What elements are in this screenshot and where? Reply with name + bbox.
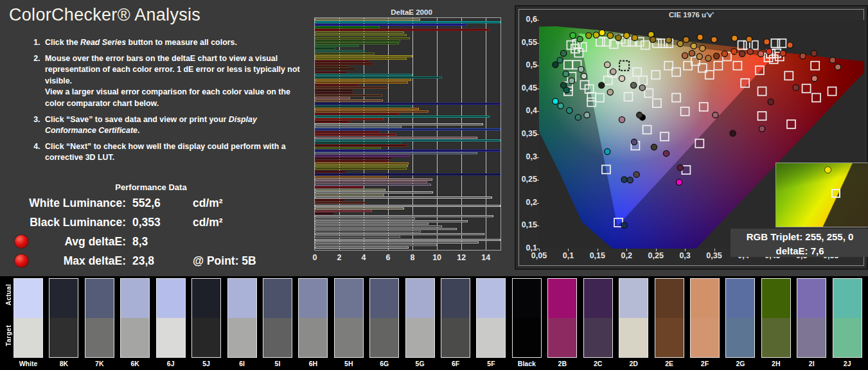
deltae-bar[interactable] xyxy=(315,84,359,86)
deltae-bar[interactable] xyxy=(315,142,402,144)
deltae-bar[interactable] xyxy=(315,68,355,70)
deltae-bar[interactable] xyxy=(315,87,388,89)
cie-measured-point[interactable] xyxy=(553,98,558,104)
cie-measured-point[interactable] xyxy=(631,82,637,88)
deltae-bar[interactable] xyxy=(315,247,409,249)
cie-measured-point[interactable] xyxy=(811,50,817,56)
cie-measured-point[interactable] xyxy=(731,49,737,55)
cie-measured-point[interactable] xyxy=(578,66,584,72)
deltae-bar[interactable] xyxy=(315,197,492,198)
deltae-bar[interactable] xyxy=(315,215,493,217)
cie-measured-point[interactable] xyxy=(764,39,770,45)
deltae-bar[interactable] xyxy=(315,223,429,225)
deltae-bar[interactable] xyxy=(315,228,457,230)
cie-measured-point[interactable] xyxy=(700,46,705,51)
deltae-bar[interactable] xyxy=(315,220,468,222)
deltae-bar[interactable] xyxy=(315,100,383,101)
cie-measured-point[interactable] xyxy=(766,49,772,55)
deltae-bar[interactable] xyxy=(315,160,389,162)
deltae-bar[interactable] xyxy=(315,29,490,31)
cie-measured-point[interactable] xyxy=(793,85,799,91)
deltae-bar[interactable] xyxy=(315,37,410,39)
cie-measured-point[interactable] xyxy=(605,62,610,67)
cie-measured-point[interactable] xyxy=(689,50,695,56)
deltae-bar[interactable] xyxy=(315,231,421,233)
cie-measured-point[interactable] xyxy=(619,117,624,123)
deltae-bar[interactable] xyxy=(315,31,404,33)
deltae-bar[interactable] xyxy=(315,199,344,201)
cie-measured-point[interactable] xyxy=(553,62,558,67)
deltae-bar[interactable] xyxy=(315,60,370,62)
cie-measured-point[interactable] xyxy=(711,37,717,42)
cie-measured-point[interactable] xyxy=(722,51,727,57)
cie-measured-point[interactable] xyxy=(557,57,563,63)
deltae-bar[interactable] xyxy=(315,184,431,186)
cie-measured-point[interactable] xyxy=(569,78,574,84)
cie-measured-point[interactable] xyxy=(787,42,793,48)
deltae-bar[interactable] xyxy=(315,168,407,170)
cie-measured-point[interactable] xyxy=(683,37,689,42)
cie-measured-point[interactable] xyxy=(607,89,613,95)
deltae-bar[interactable] xyxy=(315,24,466,26)
deltae-bar[interactable] xyxy=(315,207,404,209)
deltae-bar[interactable] xyxy=(315,165,408,167)
deltae-bar[interactable] xyxy=(315,242,479,243)
deltae-bar[interactable] xyxy=(315,94,382,96)
deltae-bar[interactable] xyxy=(315,123,483,125)
cie-measured-point[interactable] xyxy=(696,53,702,59)
cie-measured-point[interactable] xyxy=(768,99,774,105)
cie-measured-point[interactable] xyxy=(577,36,583,42)
deltae-bar[interactable] xyxy=(315,34,407,36)
cie-measured-point[interactable] xyxy=(682,53,688,58)
cie-measured-point[interactable] xyxy=(691,43,696,49)
deltae-bar[interactable] xyxy=(315,110,429,112)
deltae-bar[interactable] xyxy=(315,126,402,128)
deltae-bar[interactable] xyxy=(315,213,334,215)
cie-measured-point[interactable] xyxy=(740,51,745,57)
deltae-bar[interactable] xyxy=(315,128,500,130)
deltae-bar[interactable] xyxy=(315,137,477,139)
cie-measured-point[interactable] xyxy=(713,112,718,118)
deltae-bar[interactable] xyxy=(315,71,348,73)
deltae-bar[interactable] xyxy=(315,179,432,181)
cie-measured-point[interactable] xyxy=(637,112,642,118)
deltae-bar[interactable] xyxy=(315,55,412,57)
deltae-bar[interactable] xyxy=(315,157,392,159)
cie-measured-point[interactable] xyxy=(599,82,605,88)
deltae-bar[interactable] xyxy=(315,173,500,175)
deltae-bar[interactable] xyxy=(315,163,409,164)
deltae-bar[interactable] xyxy=(315,205,500,207)
cie-measured-point[interactable] xyxy=(651,144,657,150)
cie-measured-point[interactable] xyxy=(561,50,567,56)
deltae-bar[interactable] xyxy=(315,74,412,76)
deltae-bar[interactable] xyxy=(315,108,419,110)
deltae-bar[interactable] xyxy=(315,103,500,105)
deltae-bar[interactable] xyxy=(315,26,380,28)
deltae-bar[interactable] xyxy=(315,139,500,141)
cie-measured-point[interactable] xyxy=(732,35,738,41)
cie-measured-point[interactable] xyxy=(610,69,616,75)
cie-measured-point[interactable] xyxy=(800,53,806,59)
cie-measured-point[interactable] xyxy=(730,130,736,136)
deltae-bar[interactable] xyxy=(315,225,442,227)
deltae-bar[interactable] xyxy=(315,19,420,21)
cie-measured-point[interactable] xyxy=(599,30,605,35)
cie-measured-point[interactable] xyxy=(593,32,599,38)
cie-measured-point[interactable] xyxy=(621,222,627,228)
deltae-bar[interactable] xyxy=(315,236,400,238)
deltae-bar[interactable] xyxy=(315,152,477,154)
deltae-bar[interactable] xyxy=(315,189,385,191)
deltae-bar[interactable] xyxy=(315,150,500,152)
deltae-bar[interactable] xyxy=(315,97,350,99)
cie-measured-point[interactable] xyxy=(631,139,637,145)
cie-measured-point[interactable] xyxy=(575,114,581,120)
deltae-bar[interactable] xyxy=(315,89,353,91)
deltae-bar[interactable] xyxy=(315,218,415,220)
deltae-bar[interactable] xyxy=(315,116,490,118)
deltae-bar[interactable] xyxy=(315,194,384,196)
cie-measured-point[interactable] xyxy=(697,34,703,40)
deltae-bar[interactable] xyxy=(315,76,442,78)
deltae-bar[interactable] xyxy=(315,233,484,235)
cie-measured-point[interactable] xyxy=(705,55,711,61)
cie-measured-point[interactable] xyxy=(666,37,671,43)
